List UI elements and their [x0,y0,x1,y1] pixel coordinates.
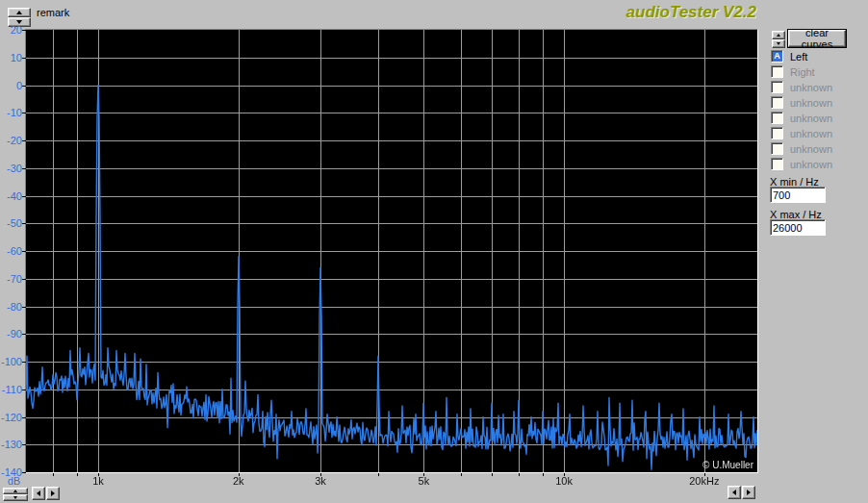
x-tick-label: 3k [315,475,326,487]
spinner-down-button[interactable] [772,39,785,48]
x-tick-label: 20kHz [689,475,719,487]
y-tick-mark [22,30,26,31]
y-tick-label: -70 [0,273,22,285]
copyright-label: © U.Mueller [702,460,753,470]
y-tick-mark [22,390,26,390]
y-tick-label: -120 [0,412,22,423]
spinner-up-button[interactable] [3,488,28,494]
y-tick-label: -50 [0,217,22,229]
up-arrow-icon [13,490,17,492]
curve-label: unknown [790,128,832,139]
x-tick-mark [492,473,493,476]
spinner-up-button[interactable] [8,8,31,17]
y-tick-mark [22,223,26,224]
y-tick-label: -40 [0,190,22,202]
y-tick-mark [22,113,26,113]
remark-label: remark [37,7,69,18]
curve-row-unknown-4: unknown [771,112,832,124]
scroll-right-button[interactable] [46,487,60,500]
x-tick-mark [53,473,54,476]
y-tick-mark [22,417,26,418]
spectrum-canvas [26,30,757,472]
x-tick-mark [378,473,379,476]
curve-checkbox[interactable]: A [771,50,783,63]
x-tick-label: 1k [92,475,104,487]
down-arrow-icon [777,42,780,45]
x-tick-mark [77,473,78,476]
y-tick-mark [22,140,26,141]
x-tick-label: 2k [233,475,244,487]
curve-label: Right [790,66,815,78]
y-tick-label: -20 [0,135,22,146]
curve-row-right-1: Right [771,65,815,78]
y-tick-label: -90 [0,328,22,340]
curve-row-left-0: ALeft [771,50,807,63]
curve-checkbox[interactable] [771,158,783,170]
bottom-spinner[interactable] [3,488,28,501]
scroll-left-button-right[interactable] [728,486,741,499]
y-tick-label: -80 [0,301,22,313]
curve-row-unknown-2: unknown [771,81,832,93]
y-tick-mark [22,168,26,169]
y-tick-label: -110 [0,384,22,395]
y-tick-mark [22,86,26,87]
y-tick-label: -30 [0,163,22,174]
x-tick-mark [519,473,520,476]
y-tick-mark [22,58,26,59]
y-tick-mark [22,334,26,335]
y-tick-mark [22,307,26,308]
right-arrow-icon [747,490,751,495]
x-tick-mark [543,473,544,476]
up-arrow-icon [777,34,780,37]
curve-label: unknown [790,159,832,170]
x-min-input[interactable] [770,187,826,203]
y-tick-label: 20 [0,24,22,36]
y-axis-unit-label: dB [8,475,20,487]
down-arrow-icon [13,496,17,499]
spectrum-plot: © U.Mueller [25,29,758,473]
left-arrow-icon [732,490,736,495]
y-tick-mark [22,362,26,363]
curve-row-unknown-3: unknown [771,96,832,109]
app-title: audioTester V2.2 [626,3,756,22]
spinner-down-button[interactable] [3,494,28,501]
clear-curves-button[interactable]: clear curves [788,30,846,47]
spinner-up-button[interactable] [772,31,785,39]
y-tick-mark [22,251,26,252]
y-tick-mark [22,279,26,280]
curve-checkbox[interactable] [771,142,783,155]
y-tick-mark [22,444,26,445]
curves-spinner[interactable] [772,31,785,48]
curve-checkbox[interactable] [771,96,783,109]
curve-label: unknown [790,82,832,93]
curve-checkbox[interactable] [771,65,783,78]
curve-row-unknown-5: unknown [771,127,832,139]
x-tick-label: 10k [555,475,573,487]
scroll-right-button-right[interactable] [742,486,755,499]
curve-row-unknown-7: unknown [771,158,832,170]
curve-row-unknown-6: unknown [771,142,832,155]
y-tick-label: -130 [0,439,22,450]
audiotester-window: remark audioTester V2.2 © U.Mueller 2010… [0,0,868,503]
curve-label: unknown [790,97,832,109]
curve-checkbox[interactable] [771,112,783,124]
right-arrow-icon [51,490,55,496]
y-tick-label: -10 [0,107,22,118]
y-tick-label: 10 [0,52,22,63]
curve-checkbox[interactable] [771,127,783,139]
x-max-input[interactable] [770,219,826,236]
left-arrow-icon [37,490,40,496]
curve-label: Left [790,51,807,63]
x-tick-label: 5k [419,475,430,487]
curve-label: unknown [790,143,832,155]
x-tick-mark [461,473,462,476]
y-tick-label: -100 [0,356,22,367]
scroll-left-button[interactable] [32,487,45,500]
y-tick-label: 0 [0,80,22,91]
y-tick-label: -60 [0,245,22,257]
up-arrow-icon [16,11,22,14]
y-tick-mark [22,196,26,197]
curve-label: unknown [790,113,832,124]
y-tick-mark [22,472,26,473]
curve-checkbox[interactable] [771,81,783,93]
